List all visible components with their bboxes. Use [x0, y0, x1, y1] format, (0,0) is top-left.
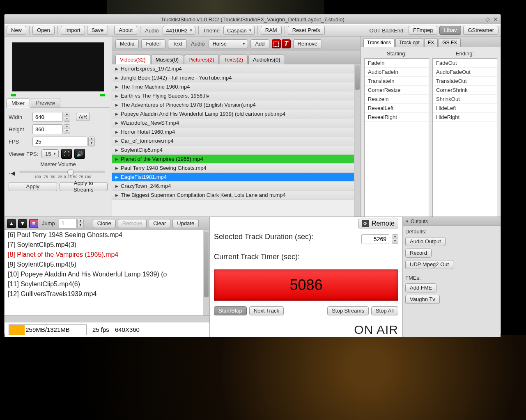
transition-item[interactable]: TranslateOut — [433, 77, 497, 86]
remove-button[interactable]: Remove — [293, 39, 322, 48]
pl-remove-button[interactable]: Remove — [118, 219, 147, 228]
playlist-scrollbar-h[interactable] — [5, 315, 209, 322]
videos-tab[interactable]: Videos(32) — [115, 55, 150, 64]
reset-prefs-button[interactable]: Reset Prefs — [288, 26, 325, 35]
file-row[interactable]: ▶HorrorExpress_1972.mp4 — [112, 64, 361, 73]
texts-tab[interactable]: Texts(2) — [220, 55, 248, 64]
clear-button[interactable]: Clear — [149, 219, 170, 228]
add-button[interactable]: Add — [250, 39, 269, 48]
master-volume-slider[interactable] — [19, 171, 105, 173]
udp-out-button[interactable]: UDP Mpeg2 Out — [405, 260, 453, 269]
move-down-icon[interactable]: ▼ — [18, 219, 27, 228]
duration-field[interactable] — [361, 234, 389, 244]
about-button[interactable]: About — [114, 26, 137, 35]
musics-tab[interactable]: Musics(0) — [151, 55, 183, 64]
playlist-row[interactable]: [7] SoylentClip5.mp4(3) — [5, 240, 209, 250]
next-track-button[interactable]: Next Track — [249, 306, 284, 315]
playlist-scrollbar-v[interactable] — [203, 230, 209, 315]
transition-item[interactable]: CornerResize — [365, 86, 429, 95]
file-row[interactable]: ▶CrazyTown_246.mp4 — [112, 182, 361, 191]
transition-item[interactable]: HideRight — [433, 113, 497, 122]
speaker-icon[interactable]: 🔊 — [74, 149, 85, 159]
file-row[interactable]: ▶The Biggest Superman Compilation Clark … — [112, 191, 361, 200]
transition-item[interactable]: AudioFadeIn — [365, 68, 429, 77]
playlist-row[interactable]: [6] Paul Terry 1948 Seeing Ghosts.mp4 — [5, 230, 209, 240]
jump-spinner[interactable]: ▲▼ — [77, 219, 84, 228]
fps-spinner[interactable]: ▲▼ — [88, 137, 95, 146]
start-stop-button[interactable]: Start/Stop — [214, 306, 247, 315]
ram-button[interactable]: RAM — [261, 26, 282, 35]
transitions-tab[interactable]: Transitions — [363, 38, 395, 47]
fx-tab[interactable]: FX — [424, 38, 438, 47]
new-button[interactable]: New — [7, 26, 26, 35]
height-spinner[interactable]: ▲▼ — [64, 124, 70, 134]
red-t-icon-2[interactable]: T — [282, 39, 291, 48]
viewer-fps-combo[interactable]: 15 — [41, 149, 59, 158]
save-button[interactable]: Save — [87, 26, 108, 35]
apply-streams-button[interactable]: Apply to Streams — [60, 182, 108, 191]
mixer-tab[interactable]: Mixer — [6, 98, 30, 108]
folder-button[interactable]: Folder — [141, 39, 165, 48]
ffmpeg-button[interactable]: FFmpeg — [409, 26, 437, 35]
playlist-row[interactable]: [11] SoylentClip5.mp4(6) — [5, 279, 209, 289]
playlist-row[interactable]: [8] Planet of the Vampires (1965).mp4 — [5, 250, 209, 260]
duration-spinner[interactable]: ▲▼ — [392, 234, 398, 244]
file-row[interactable]: ▶EagleFist1981.mp4 — [112, 173, 361, 182]
clone-button[interactable]: Clone — [93, 219, 116, 228]
playlist-row[interactable]: [12] GulliversTravels1939.mp4 — [5, 289, 209, 299]
playlist-row[interactable]: [10] Popeye Aladdin And His Wonderful La… — [5, 269, 209, 279]
file-row[interactable]: ▶Popeye Aladdin And His Wonderful Lamp 1… — [112, 110, 361, 119]
stop-streams-button[interactable]: Stop Streams — [327, 306, 369, 315]
transition-item[interactable]: ShrinkOut — [433, 95, 497, 104]
file-row[interactable]: ▶Jungle Book (1942) - full movie - YouTu… — [112, 73, 361, 82]
playlist-row[interactable]: [9] SoylentClip5.mp4(5) — [5, 260, 209, 269]
width-field[interactable] — [32, 112, 63, 122]
remote-button[interactable]: ⟳ Remote — [358, 219, 398, 228]
gsfx-tab[interactable]: GS FX — [439, 38, 461, 47]
preview-tab[interactable]: Preview — [31, 98, 60, 107]
transition-item[interactable]: RevealRight — [365, 113, 429, 122]
transition-item[interactable]: FadeIn — [365, 59, 429, 68]
transition-item[interactable]: ResizeIn — [365, 95, 429, 104]
ar-button[interactable]: A/R — [76, 113, 90, 121]
file-row[interactable]: ▶SoylentClip5.mp4 — [112, 146, 361, 155]
width-spinner[interactable]: ▲▼ — [64, 112, 70, 122]
vaughn-tv-button[interactable]: Vaughn Tv — [405, 295, 440, 304]
move-up-icon[interactable]: ▲ — [7, 219, 16, 228]
file-row[interactable]: ▶The Adventures of Pinocchio 1978 (Engli… — [112, 100, 361, 110]
fullscreen-icon[interactable]: ⛶ — [61, 149, 72, 159]
audio-output-button[interactable]: Audio Output — [405, 237, 446, 246]
track-opt-tab[interactable]: Track opt — [395, 38, 423, 47]
add-fme-button[interactable]: Add FME — [405, 283, 436, 292]
pictures-tab[interactable]: Pictures(2) — [184, 55, 219, 64]
libav-button[interactable]: Libav — [439, 26, 461, 35]
audio-rate-combo[interactable]: 44100Hz — [163, 26, 195, 35]
transition-item[interactable]: CornerShrink — [433, 86, 497, 95]
file-row[interactable]: ▶Earth vs The Flying Saucers, 1956.flv — [112, 91, 361, 100]
file-row[interactable]: ▶The Time Machine 1960.mp4 — [112, 82, 361, 91]
file-row[interactable]: ▶Car_of_tomorrow.mp4 — [112, 137, 361, 146]
transition-item[interactable]: AudioFadeOut — [433, 68, 497, 77]
import-button[interactable]: Import — [61, 26, 85, 35]
height-field[interactable] — [32, 124, 63, 134]
update-button[interactable]: Update — [172, 219, 199, 228]
apply-button[interactable]: Apply — [9, 182, 57, 191]
outputs-header[interactable]: Outputs — [403, 217, 501, 226]
file-row[interactable]: ▶Wizardofoz_NewST.mp4 — [112, 119, 361, 128]
color-icon[interactable]: ≡ — [29, 219, 38, 228]
open-button[interactable]: Open — [32, 26, 55, 35]
text-button[interactable]: Text — [168, 39, 187, 48]
gstreamer-button[interactable]: GStreamer — [463, 26, 498, 35]
theme-combo[interactable]: Caspian — [223, 26, 255, 35]
audioins-tab[interactable]: AudioIns(0) — [248, 55, 285, 64]
close-icon[interactable]: ✕ — [493, 16, 498, 23]
media-button[interactable]: Media — [115, 39, 139, 48]
transition-item[interactable]: FadeOut — [433, 59, 497, 68]
playlist-list[interactable]: [6] Paul Terry 1948 Seeing Ghosts.mp4[7]… — [5, 230, 209, 315]
red-t-icon-1[interactable]: ⬚ — [272, 39, 281, 48]
transition-item[interactable]: TranslateIn — [365, 77, 429, 86]
audio-source-combo[interactable]: Horse — [209, 39, 248, 48]
maximize-icon[interactable]: ◇ — [485, 16, 490, 23]
record-button[interactable]: Record — [405, 249, 432, 258]
file-row[interactable]: ▶Horror Hotel 1960.mp4 — [112, 128, 361, 137]
